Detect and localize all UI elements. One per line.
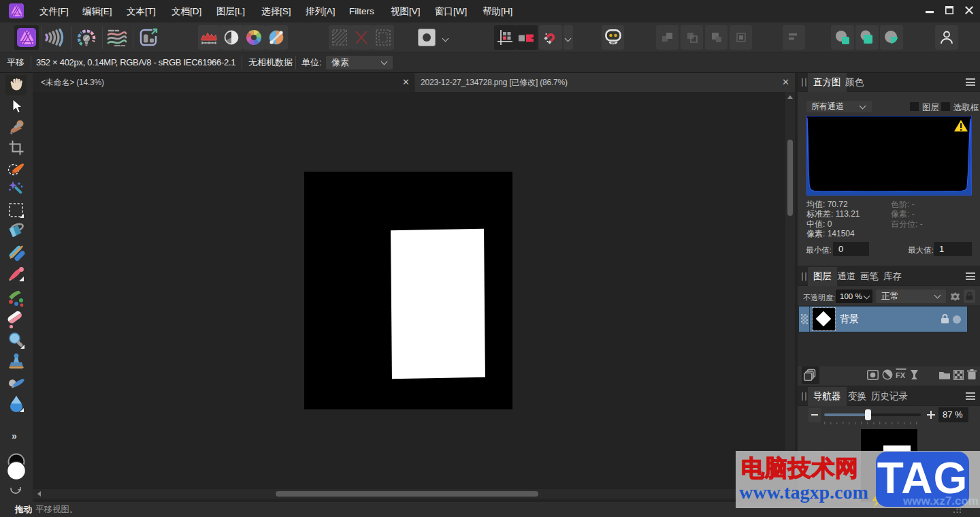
svg-text:FX: FX xyxy=(896,371,906,379)
